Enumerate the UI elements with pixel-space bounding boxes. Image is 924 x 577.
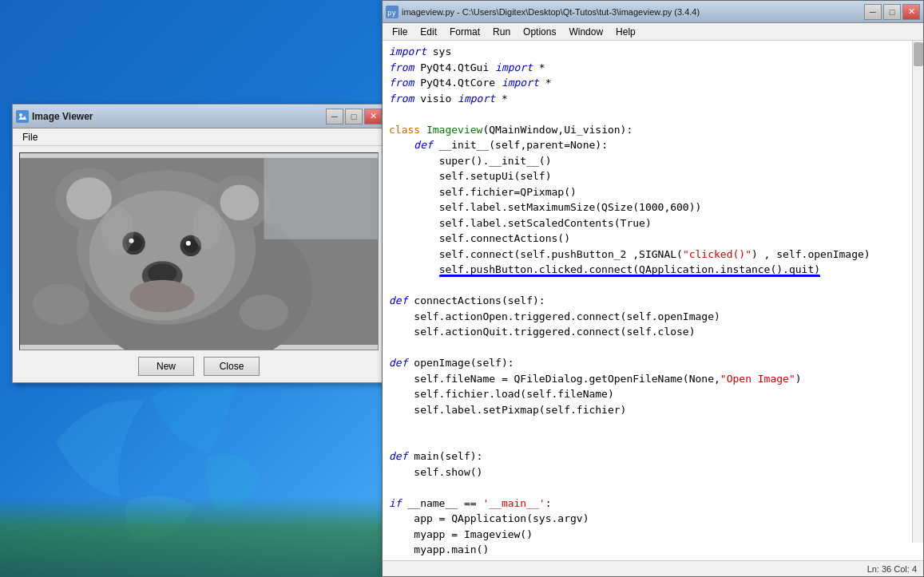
image-viewer-window: Image Viewer ─ □ ✕ File [12, 104, 386, 383]
maximize-button[interactable]: □ [345, 109, 363, 124]
editor-title: imageview.py - C:\Users\Digitex\Desktop\… [402, 7, 864, 17]
editor-statusbar: Ln: 36 Col: 4 [383, 560, 923, 576]
svg-point-19 [192, 204, 222, 250]
menu-file[interactable]: File [16, 130, 44, 144]
image-viewer-icon [16, 110, 29, 123]
statusbar-position: Ln: 36 Col: 4 [867, 564, 917, 574]
close-image-button[interactable]: Close [204, 357, 260, 376]
new-button[interactable]: New [138, 357, 194, 376]
menu-file[interactable]: File [386, 25, 414, 39]
code-area[interactable]: import sys from PyQt4.QtGui import * fro… [383, 41, 923, 559]
code-editor-window: py imageview.py - C:\Users\Digitex\Deskt… [382, 0, 924, 577]
koala-image [20, 153, 378, 350]
svg-text:py: py [387, 9, 396, 17]
desktop-grass [0, 497, 383, 577]
svg-point-8 [220, 185, 259, 221]
image-viewer-titlebar: Image Viewer ─ □ ✕ [13, 105, 385, 128]
menu-format[interactable]: Format [443, 25, 486, 39]
scrollbar[interactable] [912, 41, 923, 543]
menu-options[interactable]: Options [517, 25, 562, 39]
titlebar-buttons: ─ □ ✕ [326, 109, 382, 124]
menu-run[interactable]: Run [486, 25, 517, 39]
svg-point-22 [240, 294, 288, 330]
svg-point-1 [19, 113, 22, 117]
desktop: Image Viewer ─ □ ✕ File [0, 0, 924, 577]
image-viewer-content: New Close [13, 146, 385, 382]
menu-help[interactable]: Help [609, 25, 642, 39]
svg-point-17 [186, 241, 191, 246]
editor-icon: py [386, 6, 399, 18]
editor-titlebar-buttons: ─ □ ✕ [864, 4, 920, 20]
editor-titlebar: py imageview.py - C:\Users\Digitex\Deskt… [383, 1, 923, 23]
editor-maximize-button[interactable]: □ [883, 4, 901, 20]
svg-point-20 [129, 280, 194, 313]
scrollbar-thumb[interactable] [914, 42, 923, 66]
menu-edit[interactable]: Edit [414, 25, 443, 39]
minimize-button[interactable]: ─ [326, 109, 343, 124]
editor-minimize-button[interactable]: ─ [864, 4, 882, 20]
menu-window[interactable]: Window [562, 25, 609, 39]
editor-close-button[interactable]: ✕ [902, 4, 920, 20]
svg-point-18 [101, 207, 134, 255]
image-viewer-menubar: File [13, 128, 385, 146]
editor-menubar: File Edit Format Run Options Window Help [383, 23, 923, 41]
code-content: import sys from PyQt4.QtGui import * fro… [389, 44, 917, 559]
svg-point-6 [66, 177, 112, 219]
window-action-buttons: New Close [19, 350, 379, 376]
image-viewer-title: Image Viewer [32, 111, 326, 122]
svg-rect-23 [264, 158, 378, 239]
svg-point-21 [32, 284, 89, 325]
close-window-button[interactable]: ✕ [364, 109, 382, 124]
svg-rect-0 [18, 112, 27, 121]
image-container [19, 152, 379, 350]
